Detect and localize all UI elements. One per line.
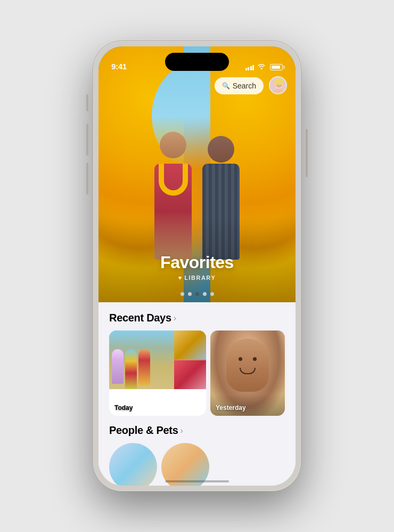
people-pets-section: People & Pets › xyxy=(98,416,296,486)
dot-4[interactable] xyxy=(203,292,207,296)
scroll-content: Recent Days › xyxy=(98,302,296,486)
person-item-2[interactable] xyxy=(161,443,209,486)
today-card[interactable]: Today xyxy=(109,331,206,416)
status-time: 9:41 xyxy=(111,62,127,71)
dynamic-island xyxy=(165,53,229,71)
people-pets-chevron[interactable]: › xyxy=(180,426,183,436)
heart-icon: ♥ xyxy=(178,275,182,281)
recent-days-section: Recent Days › xyxy=(98,302,296,416)
today-thumb-grid xyxy=(174,331,206,389)
hero-subtitle: ♥ LIBRARY xyxy=(98,275,296,281)
dot-3[interactable] xyxy=(195,292,199,296)
page-dots xyxy=(98,292,296,296)
hero-text-container: Favorites ♥ LIBRARY xyxy=(98,253,296,281)
recent-days-grid: Today xyxy=(109,331,285,416)
avatar[interactable] xyxy=(269,76,287,94)
phone-screen: 9:41 xyxy=(98,46,296,486)
dot-1[interactable] xyxy=(180,292,184,296)
people-pets-title: People & Pets xyxy=(109,424,178,437)
yesterday-label: Yesterday xyxy=(216,404,246,412)
recent-days-header: Recent Days › xyxy=(109,312,285,324)
people-pets-header: People & Pets › xyxy=(109,424,285,437)
phone-frame: 9:41 xyxy=(93,41,301,491)
battery-icon xyxy=(270,64,283,70)
home-indicator[interactable] xyxy=(165,480,229,482)
volume-down-button[interactable] xyxy=(86,163,88,195)
wifi-icon xyxy=(257,63,266,71)
hero-title: Favorites xyxy=(98,253,296,272)
mute-button[interactable] xyxy=(86,94,88,111)
dot-5[interactable] xyxy=(210,292,214,296)
status-icons xyxy=(245,63,283,71)
power-button[interactable] xyxy=(306,129,308,177)
today-photo xyxy=(109,331,206,389)
search-icon: 🔍 xyxy=(222,82,230,90)
today-label: Today xyxy=(114,404,133,412)
hero-subtitle-text: LIBRARY xyxy=(184,275,216,281)
signal-icon xyxy=(245,64,255,70)
volume-up-button[interactable] xyxy=(86,124,88,156)
search-button[interactable]: 🔍 Search xyxy=(215,77,264,94)
yesterday-card[interactable]: Yesterday xyxy=(210,331,285,416)
people-previews xyxy=(109,443,285,486)
search-label: Search xyxy=(233,82,256,90)
hero-image: Favorites ♥ LIBRARY xyxy=(98,46,296,302)
svg-rect-5 xyxy=(274,80,284,85)
recent-days-chevron[interactable]: › xyxy=(174,313,176,323)
dot-2[interactable] xyxy=(188,292,192,296)
recent-days-title: Recent Days xyxy=(109,312,171,324)
yesterday-photo xyxy=(210,331,285,416)
person-item-1[interactable] xyxy=(109,443,157,486)
